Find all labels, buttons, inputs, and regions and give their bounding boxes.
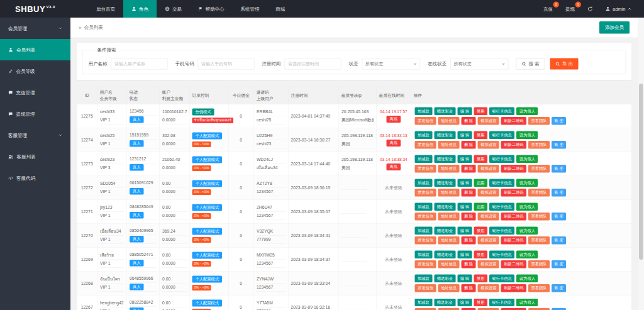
- search-select-online-status[interactable]: 所有状态: [450, 58, 509, 70]
- add-deduct-funds-button[interactable]: 加减款: [415, 179, 433, 187]
- refresh-qrcode-button[interactable]: 刷新二维码: [501, 189, 526, 197]
- search-button[interactable]: 搜 索: [516, 58, 545, 70]
- view-team-button[interactable]: 查看团队: [528, 189, 550, 197]
- refresh-qrcode-button[interactable]: 刷新二维码: [501, 141, 526, 149]
- refresh-qrcode-button[interactable]: 刷新二维码: [501, 213, 526, 221]
- menu-toggle[interactable]: [70, 0, 88, 18]
- edit-button[interactable]: 编 辑: [457, 298, 472, 306]
- set-fake-user-button[interactable]: 设为假人: [516, 107, 538, 115]
- disable-button[interactable]: 禁用: [474, 131, 487, 139]
- add-deduct-funds-button[interactable]: 加减款: [415, 155, 433, 163]
- set-fake-user-button[interactable]: 设为假人: [516, 298, 538, 306]
- address-info-button[interactable]: 地址信息: [438, 189, 460, 197]
- simulation-settings-button[interactable]: 模拟设置: [478, 260, 499, 268]
- sidebar-item-withdraw-management[interactable]: 提现管理: [0, 103, 70, 125]
- address-info-button[interactable]: 地址信息: [438, 141, 460, 149]
- user-menu[interactable]: admin: [599, 0, 638, 18]
- sidebar-group-member-management[interactable]: 会员管理: [0, 18, 70, 39]
- search-select-status[interactable]: 所有状态: [362, 58, 421, 70]
- gift-bonus-button[interactable]: 赠送彩金: [434, 274, 455, 282]
- add-deduct-funds-button[interactable]: 加减款: [415, 202, 433, 211]
- simulation-settings-button[interactable]: 模拟设置: [478, 189, 499, 197]
- view-team-button[interactable]: 查看团队: [528, 165, 550, 173]
- enable-button[interactable]: 启用: [474, 179, 487, 187]
- refresh-qrcode-button[interactable]: 刷新二维码: [501, 260, 526, 268]
- gift-bonus-button[interactable]: 赠送彩金: [434, 179, 455, 187]
- add-deduct-funds-button[interactable]: 加减款: [415, 131, 433, 139]
- sidebar-item-recharge-management[interactable]: 充值管理: [0, 82, 70, 103]
- send-sms-button[interactable]: 发送短信: [415, 284, 436, 292]
- disable-button[interactable]: 禁用: [474, 274, 487, 282]
- nav-item-dashboard[interactable]: 后台首页: [88, 0, 123, 18]
- disable-button[interactable]: 禁用: [474, 155, 487, 163]
- order-mode-sub-badge[interactable]: 0% - >0%: [192, 237, 211, 243]
- bank-card-info-button[interactable]: 银行卡信息: [489, 298, 514, 306]
- edit-button[interactable]: 编 辑: [457, 226, 472, 235]
- view-team-button[interactable]: 查看团队: [528, 117, 550, 125]
- simulation-settings-button[interactable]: 模拟设置: [478, 284, 499, 292]
- bank-card-info-button[interactable]: 银行卡信息: [489, 155, 514, 163]
- delete-button[interactable]: 删 除: [462, 141, 476, 149]
- disable-button[interactable]: 禁用: [474, 250, 487, 258]
- enable-button[interactable]: 启用: [474, 202, 487, 211]
- set-fake-user-button[interactable]: 设为假人: [516, 179, 538, 187]
- refresh-qrcode-button[interactable]: 刷新二维码: [501, 284, 526, 292]
- sidebar-item-service-code[interactable]: 客服代码: [0, 167, 70, 189]
- edit-button[interactable]: 编 辑: [457, 107, 472, 115]
- nav-item-roles[interactable]: 角色: [123, 0, 157, 18]
- navbar-withdraw-button[interactable]: 提现0: [559, 0, 581, 18]
- send-sms-button[interactable]: 发送短信: [415, 260, 436, 268]
- account-change-button[interactable]: 账 变: [552, 117, 566, 125]
- gift-bonus-button[interactable]: 赠送彩金: [434, 131, 455, 139]
- send-sms-button[interactable]: 发送短信: [415, 189, 436, 197]
- gift-bonus-button[interactable]: 赠送彩金: [434, 155, 455, 163]
- order-mode-badge[interactable]: 个人配置模式: [192, 252, 223, 259]
- set-fake-user-button[interactable]: 设为假人: [516, 250, 538, 258]
- account-change-button[interactable]: 账 变: [552, 165, 566, 173]
- send-sms-button[interactable]: 发送短信: [415, 117, 436, 125]
- order-mode-badge[interactable]: 个人配置模式: [192, 276, 223, 283]
- order-mode-sub-badge[interactable]: ชำเป็นเปอเซ็นทุกออเดอร์: [192, 118, 233, 123]
- add-deduct-funds-button[interactable]: 加减款: [415, 298, 433, 306]
- order-mode-badge[interactable]: 个人配置模式: [192, 180, 223, 187]
- view-team-button[interactable]: 查看团队: [528, 213, 550, 221]
- sidebar-group-service-management[interactable]: 客服管理: [0, 125, 70, 146]
- refresh-button[interactable]: [581, 0, 599, 18]
- address-info-button[interactable]: 地址信息: [438, 213, 460, 221]
- edit-button[interactable]: 编 辑: [457, 250, 472, 258]
- delete-button[interactable]: 删 除: [462, 189, 476, 197]
- add-deduct-funds-button[interactable]: 加减款: [415, 274, 433, 282]
- edit-button[interactable]: 编 辑: [457, 131, 472, 139]
- gift-bonus-button[interactable]: 赠送彩金: [434, 298, 455, 306]
- bank-card-info-button[interactable]: 银行卡信息: [489, 226, 514, 235]
- order-mode-sub-badge[interactable]: 0% - >0%: [192, 261, 211, 267]
- address-info-button[interactable]: 地址信息: [438, 284, 460, 292]
- account-change-button[interactable]: 账 变: [552, 284, 566, 292]
- account-change-button[interactable]: 账 变: [552, 236, 566, 245]
- add-deduct-funds-button[interactable]: 加减款: [415, 107, 433, 115]
- order-mode-badge[interactable]: 个人配置模式: [192, 300, 223, 307]
- delete-button[interactable]: 删 除: [462, 165, 476, 173]
- bank-card-info-button[interactable]: 银行卡信息: [489, 179, 514, 187]
- order-mode-badge[interactable]: 个人配置模式: [192, 133, 223, 140]
- view-team-button[interactable]: 查看团队: [528, 260, 550, 268]
- set-fake-user-button[interactable]: 设为假人: [516, 202, 538, 211]
- view-team-button[interactable]: 查看团队: [528, 284, 550, 292]
- sidebar-item-member-level[interactable]: 会员等级: [0, 60, 70, 82]
- scrollbar-thumb[interactable]: [639, 84, 643, 260]
- send-sms-button[interactable]: 发送短信: [415, 213, 436, 221]
- order-mode-sub-badge[interactable]: 0% - >0%: [192, 285, 211, 291]
- order-mode-badge[interactable]: 分佣模式: [192, 109, 214, 116]
- set-fake-user-button[interactable]: 设为假人: [516, 226, 538, 235]
- delete-button[interactable]: 删 除: [462, 117, 476, 125]
- nav-item-system-management[interactable]: 系统管理: [233, 0, 268, 18]
- view-team-button[interactable]: 查看团队: [528, 236, 550, 245]
- disable-button[interactable]: 禁用: [474, 298, 487, 306]
- bank-card-info-button[interactable]: 银行卡信息: [489, 274, 514, 282]
- disable-button[interactable]: 禁用: [474, 226, 487, 235]
- add-deduct-funds-button[interactable]: 加减款: [415, 226, 433, 235]
- order-mode-badge[interactable]: 个人配置模式: [192, 157, 223, 163]
- bank-card-info-button[interactable]: 银行卡信息: [489, 202, 514, 211]
- simulation-settings-button[interactable]: 模拟设置: [478, 213, 499, 221]
- refresh-qrcode-button[interactable]: 刷新二维码: [501, 165, 526, 173]
